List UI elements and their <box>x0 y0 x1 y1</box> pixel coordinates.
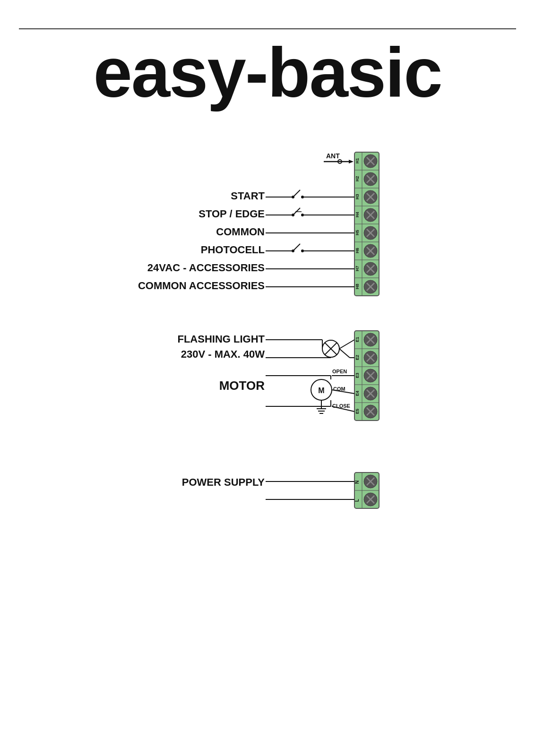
svg-text:FLASHING LIGHT: FLASHING LIGHT <box>177 333 265 345</box>
svg-point-33 <box>364 226 377 240</box>
svg-point-93 <box>364 405 377 418</box>
svg-text:L: L <box>354 499 360 502</box>
svg-line-92 <box>367 390 374 397</box>
svg-point-39 <box>364 262 377 275</box>
svg-text:M: M <box>318 387 324 395</box>
svg-text:COMMON ACCESSORIES: COMMON ACCESSORIES <box>138 280 265 292</box>
svg-line-52 <box>293 190 300 197</box>
svg-line-28 <box>367 193 374 201</box>
svg-line-25 <box>367 175 374 183</box>
svg-line-38 <box>367 247 374 255</box>
svg-point-54 <box>292 196 294 198</box>
svg-text:ANT: ANT <box>326 152 340 160</box>
svg-line-100 <box>325 343 337 355</box>
svg-marker-1 <box>349 160 354 163</box>
svg-line-121 <box>332 406 354 412</box>
svg-line-95 <box>367 408 374 415</box>
svg-rect-126 <box>354 472 379 508</box>
svg-text:POWER SUPPLY: POWER SUPPLY <box>182 476 265 488</box>
svg-text:230V - MAX. 40W: 230V - MAX. 40W <box>181 348 265 360</box>
svg-line-44 <box>367 283 374 291</box>
svg-line-133 <box>367 478 374 485</box>
svg-point-81 <box>364 333 377 346</box>
svg-point-60 <box>292 214 294 216</box>
svg-text:COMMON: COMMON <box>216 226 265 238</box>
top-border <box>19 28 516 29</box>
svg-line-64 <box>293 244 300 251</box>
svg-line-82 <box>367 336 374 344</box>
svg-line-34 <box>367 229 374 237</box>
svg-line-31 <box>367 211 374 219</box>
svg-text:H6: H6 <box>355 248 360 253</box>
svg-point-21 <box>364 155 377 168</box>
diagram: ANT H1 H2 H3 H4 H5 H6 H7 H8 <box>0 128 535 756</box>
svg-point-66 <box>292 249 294 252</box>
svg-line-85 <box>367 354 374 361</box>
svg-text:CLOSE: CLOSE <box>332 403 350 409</box>
svg-point-67 <box>301 249 304 252</box>
svg-line-32 <box>367 211 374 219</box>
svg-point-30 <box>364 208 377 222</box>
svg-line-43 <box>367 283 374 291</box>
svg-text:E4: E4 <box>355 391 360 396</box>
svg-text:E5: E5 <box>355 409 360 414</box>
svg-text:MOTOR: MOTOR <box>219 378 265 393</box>
svg-text:E3: E3 <box>355 373 360 378</box>
svg-point-61 <box>301 214 304 216</box>
svg-line-83 <box>367 336 374 344</box>
svg-line-94 <box>367 408 374 415</box>
svg-text:E2: E2 <box>355 355 360 360</box>
svg-line-135 <box>367 496 374 503</box>
svg-line-136 <box>367 496 374 503</box>
svg-point-84 <box>364 351 377 364</box>
svg-text:COM: COM <box>333 386 345 392</box>
svg-text:STOP / EDGE: STOP / EDGE <box>198 208 265 220</box>
svg-line-35 <box>367 229 374 237</box>
svg-line-22 <box>367 157 374 165</box>
svg-text:H5: H5 <box>355 230 360 235</box>
svg-text:H7: H7 <box>355 266 360 271</box>
svg-point-98 <box>322 340 339 357</box>
main-title: easy-basic <box>19 38 516 108</box>
svg-point-87 <box>364 369 377 382</box>
svg-line-88 <box>367 372 374 379</box>
svg-text:N: N <box>354 481 360 484</box>
svg-text:OPEN: OPEN <box>332 369 347 374</box>
svg-text:H8: H8 <box>355 284 360 289</box>
svg-point-131 <box>364 475 377 488</box>
svg-line-91 <box>367 390 374 397</box>
svg-line-132 <box>367 478 374 485</box>
svg-point-42 <box>364 280 377 293</box>
svg-text:H1: H1 <box>355 158 360 163</box>
svg-point-3 <box>338 160 342 163</box>
svg-point-55 <box>301 196 304 198</box>
svg-line-41 <box>367 265 374 273</box>
svg-text:H3: H3 <box>355 194 360 199</box>
svg-line-26 <box>367 175 374 183</box>
svg-line-37 <box>367 247 374 255</box>
svg-text:H4: H4 <box>355 212 360 217</box>
svg-line-40 <box>367 265 374 273</box>
svg-line-29 <box>367 193 374 201</box>
svg-text:START: START <box>231 190 265 202</box>
svg-point-27 <box>364 190 377 204</box>
svg-line-89 <box>367 372 374 379</box>
svg-point-110 <box>311 379 332 400</box>
svg-line-57 <box>293 208 300 215</box>
svg-point-24 <box>364 172 377 186</box>
svg-point-36 <box>364 244 377 258</box>
svg-line-23 <box>367 157 374 165</box>
svg-rect-4 <box>354 152 379 296</box>
svg-rect-70 <box>354 331 379 421</box>
svg-point-90 <box>364 387 377 400</box>
svg-line-107 <box>339 349 350 358</box>
svg-line-86 <box>367 354 374 361</box>
svg-line-118 <box>332 390 354 394</box>
svg-text:24VAC - ACCESSORIES: 24VAC - ACCESSORIES <box>147 262 265 274</box>
svg-text:PHOTOCELL: PHOTOCELL <box>201 244 265 256</box>
svg-point-134 <box>364 493 377 506</box>
svg-line-99 <box>325 343 337 355</box>
svg-text:E1: E1 <box>355 337 360 342</box>
svg-text:H2: H2 <box>355 176 360 181</box>
svg-line-103 <box>339 340 354 349</box>
